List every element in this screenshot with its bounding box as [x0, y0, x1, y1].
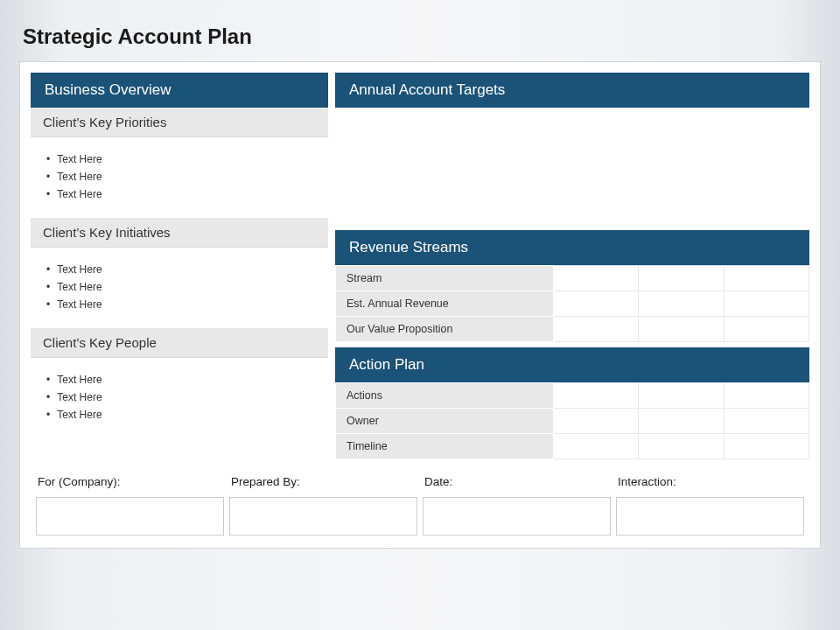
list-item: Text Here [46, 391, 312, 403]
footer-label-prepared: Prepared By: [229, 472, 417, 497]
table-cell [553, 434, 638, 459]
revenue-section: Revenue Streams Stream Est. Annual Reven… [335, 230, 809, 342]
initiatives-subheader: Client’s Key Initiatives [31, 218, 328, 248]
table-row: Owner [336, 409, 809, 434]
right-column: Annual Account Targets Revenue Streams S… [335, 73, 809, 459]
table-cell [724, 317, 808, 342]
annual-targets-body [335, 108, 809, 230]
footer-label-date: Date: [423, 472, 611, 497]
table-cell [553, 409, 638, 434]
business-overview-header: Business Overview [31, 73, 328, 108]
table-cell [639, 291, 724, 317]
table-cell [639, 266, 724, 291]
list-item: Text Here [46, 263, 312, 276]
table-cell [553, 383, 638, 409]
table-cell [724, 291, 808, 317]
revenue-table: Stream Est. Annual Revenue Our Value Pro… [335, 265, 809, 342]
table-row: Timeline [336, 434, 809, 459]
action-header: Action Plan [335, 347, 809, 382]
row-label: Timeline [336, 434, 554, 459]
table-cell [639, 409, 724, 434]
list-item: Text Here [46, 171, 312, 183]
prepared-by-input[interactable] [229, 497, 417, 536]
footer-labels: For (Company): Prepared By: Date: Intera… [31, 472, 809, 497]
initiatives-body: Text Here Text Here Text Here [31, 248, 328, 328]
footer-label-interaction: Interaction: [616, 472, 804, 497]
plan-card: Business Overview Client’s Key Prioritie… [19, 61, 821, 549]
table-row: Our Value Proposition [336, 317, 809, 342]
table-cell [724, 266, 808, 291]
list-item: Text Here [46, 281, 312, 293]
action-table: Actions Owner Timeline [335, 382, 809, 459]
company-input[interactable] [36, 497, 224, 536]
list-item: Text Here [46, 153, 312, 165]
row-label: Actions [336, 383, 554, 409]
list-item: Text Here [46, 298, 312, 311]
left-column: Business Overview Client’s Key Prioritie… [31, 73, 328, 459]
row-label: Est. Annual Revenue [336, 291, 554, 317]
row-label: Our Value Proposition [336, 317, 554, 342]
priorities-subheader: Client’s Key Priorities [31, 108, 328, 137]
footer-inputs [31, 497, 809, 536]
list-item: Text Here [46, 188, 312, 200]
table-cell [553, 291, 638, 317]
row-label: Stream [336, 266, 554, 291]
table-cell [553, 317, 638, 342]
people-body: Text Here Text Here Text Here [31, 358, 328, 438]
action-section: Action Plan Actions Owner [335, 347, 809, 459]
table-cell [724, 409, 808, 434]
table-cell [639, 317, 724, 342]
date-input[interactable] [423, 497, 611, 536]
table-row: Stream [336, 266, 809, 291]
priorities-body: Text Here Text Here Text Here [31, 137, 328, 218]
annual-targets-header: Annual Account Targets [335, 73, 809, 108]
list-item: Text Here [46, 409, 312, 421]
table-cell [639, 434, 724, 459]
list-item: Text Here [46, 374, 312, 386]
people-subheader: Client’s Key People [31, 328, 328, 358]
table-cell [639, 383, 724, 409]
page-title: Strategic Account Plan [19, 24, 821, 49]
interaction-input[interactable] [616, 497, 804, 536]
table-cell [724, 383, 808, 409]
row-label: Owner [336, 409, 554, 434]
table-row: Actions [336, 383, 809, 409]
table-cell [553, 266, 638, 291]
table-row: Est. Annual Revenue [336, 291, 809, 317]
table-cell [724, 434, 808, 459]
revenue-header: Revenue Streams [335, 230, 809, 265]
footer-label-company: For (Company): [36, 472, 224, 497]
